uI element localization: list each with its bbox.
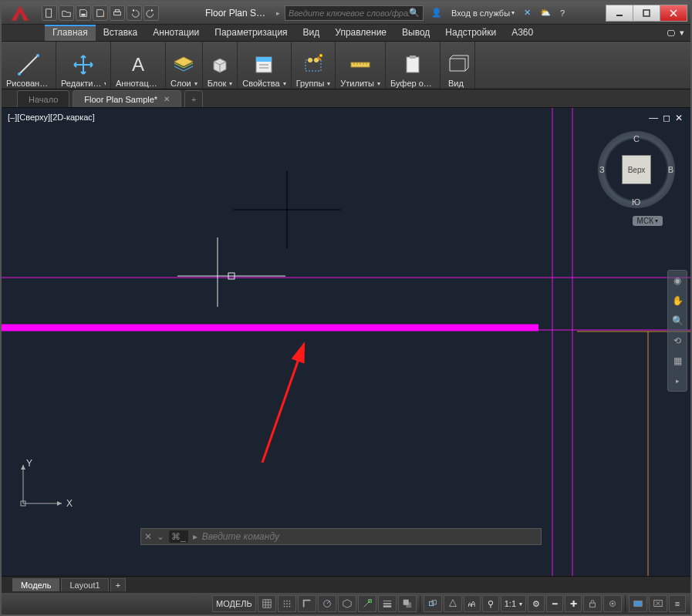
compass-south[interactable]: Ю [632,197,640,207]
menu-view[interactable]: Вид [295,25,328,41]
menu-bar: Главная Вставка Аннотации Параметризация… [2,25,690,42]
isolate-icon[interactable] [603,595,622,612]
viewcube-face[interactable]: Верх [623,156,650,183]
minimize-button[interactable] [606,5,633,22]
ribbon-collapse-icon[interactable]: ▾ [680,28,684,38]
scale-button[interactable]: 1:1▾ [501,595,526,612]
transparency-icon[interactable] [398,595,417,612]
help-icon[interactable]: ? [557,7,568,19]
panel-properties[interactable]: Свойства [238,42,291,89]
menu-home[interactable]: Главная [45,25,96,41]
ortho-icon[interactable] [298,595,316,612]
save-icon[interactable] [76,5,91,21]
login-button[interactable]: Вход в службы▾ [448,7,518,19]
drawing-canvas[interactable] [2,108,690,576]
workspace-icon[interactable]: ⚙ [528,595,545,612]
annotation-visibility-icon[interactable]: ⚲ [482,595,499,612]
drawing-area[interactable]: [–][Сверху][2D-каркас] — ◻ ✕ [2,108,690,576]
svg-line-6 [19,56,38,74]
title-dropdown-icon[interactable]: ▸ [276,9,280,17]
user-icon[interactable]: 👤 [428,6,445,19]
menu-manage[interactable]: Управление [327,25,394,41]
model-space-button[interactable]: МОДЕЛЬ [212,595,256,612]
close-tab-icon[interactable]: ✕ [164,95,170,103]
polar-icon[interactable] [318,595,336,612]
text-icon: A [126,52,150,77]
search-input[interactable] [289,8,409,18]
panel-block[interactable]: Блок [203,42,238,89]
search-box[interactable]: 🔍 [285,5,424,21]
layout-tab-layout1[interactable]: Layout1 [61,578,108,591]
svg-rect-60 [432,601,436,604]
lineweight-icon[interactable] [378,595,397,612]
layout-tab-model[interactable]: Модель [12,578,59,591]
customize-icon[interactable]: ≡ [669,595,686,612]
layout-tab-add[interactable]: + [110,578,126,591]
snap-icon[interactable] [278,595,296,612]
menu-a360[interactable]: A360 [504,25,541,41]
svg-rect-25 [410,56,416,59]
menu-addins[interactable]: Надстройки [437,25,504,41]
open-icon[interactable] [59,5,74,21]
command-input[interactable] [202,531,538,542]
compass-north[interactable]: С [633,134,640,143]
compass-west[interactable]: З [599,165,605,174]
search-icon[interactable]: 🔍 [409,8,420,18]
panel-annotation[interactable]: A Аннотац… [111,42,166,89]
osnap-icon[interactable] [358,595,376,612]
isodraft-icon[interactable] [338,595,356,612]
navbar-expand-icon[interactable]: ▸ [670,374,684,388]
command-line[interactable]: ✕ ⌄ ⌘_ ▸ [140,528,542,545]
featured-apps-icon[interactable]: 🖵 [667,29,675,38]
cmdline-close-icon[interactable]: ✕ [144,531,152,542]
zoom-icon[interactable]: 🔍 [670,314,684,328]
panel-modify[interactable]: Редакти… [56,42,111,89]
pan-icon[interactable]: ✋ [670,294,684,308]
file-tab-start[interactable]: Начало [17,90,69,107]
svg-point-46 [286,603,288,604]
view-cube[interactable]: Верх С Ю З В [598,131,675,208]
exchange-icon[interactable]: ✕ [521,6,534,19]
menu-parametric[interactable]: Параметризация [207,25,295,41]
new-icon[interactable] [42,5,57,21]
menu-insert[interactable]: Вставка [96,25,146,41]
panel-layers[interactable]: Слои [166,42,203,89]
grid-icon[interactable] [258,595,276,612]
maximize-button[interactable] [633,5,660,22]
hardware-accel-icon[interactable] [629,595,647,612]
compass-east[interactable]: В [668,165,673,174]
ucs-badge[interactable]: МСК▾ [633,216,663,226]
redo-icon[interactable] [143,5,159,21]
app-logo[interactable] [5,2,35,24]
panel-groups[interactable]: Группы [292,42,336,89]
print-icon[interactable] [110,5,125,21]
panel-viewpanel[interactable]: Вид [441,42,475,89]
groups-icon [301,52,326,77]
navigation-bar: ◉ ✋ 🔍 ⟲ ▦ ▸ [667,270,687,392]
orbit-icon[interactable]: ⟲ [670,334,684,348]
file-tab-add[interactable]: + [184,90,203,107]
clean-screen-icon[interactable] [649,595,667,612]
showmotion-icon[interactable]: ▦ [670,354,684,368]
cmdline-options-icon[interactable]: ⌄ [157,531,164,542]
menu-annotate[interactable]: Аннотации [145,25,207,41]
panel-clipboard[interactable]: Буфер о… [386,42,441,89]
quickprops-icon[interactable]: ✚ [565,595,582,612]
panel-utilities[interactable]: Утилиты [336,42,386,89]
lock-ui-icon[interactable] [583,595,602,612]
units-icon[interactable]: ━ [546,595,563,612]
close-button[interactable] [660,5,687,22]
svg-point-63 [612,603,614,605]
steering-wheel-icon[interactable]: ◉ [670,274,684,288]
panel-draw[interactable]: Рисован… [2,42,56,89]
file-tab-document[interactable]: Floor Plan Sample*✕ [73,90,181,107]
cycling-icon[interactable] [424,595,442,612]
annotation-monitor-icon[interactable] [444,595,462,612]
svg-rect-1 [81,13,85,15]
ucs-icon[interactable]: X Y [15,457,77,522]
a360-icon[interactable]: ⛅ [537,6,554,19]
undo-icon[interactable] [127,5,142,21]
annotation-scale-icon[interactable]: 🗚 [464,595,481,612]
saveas-icon[interactable] [93,5,108,21]
menu-output[interactable]: Вывод [394,25,437,41]
